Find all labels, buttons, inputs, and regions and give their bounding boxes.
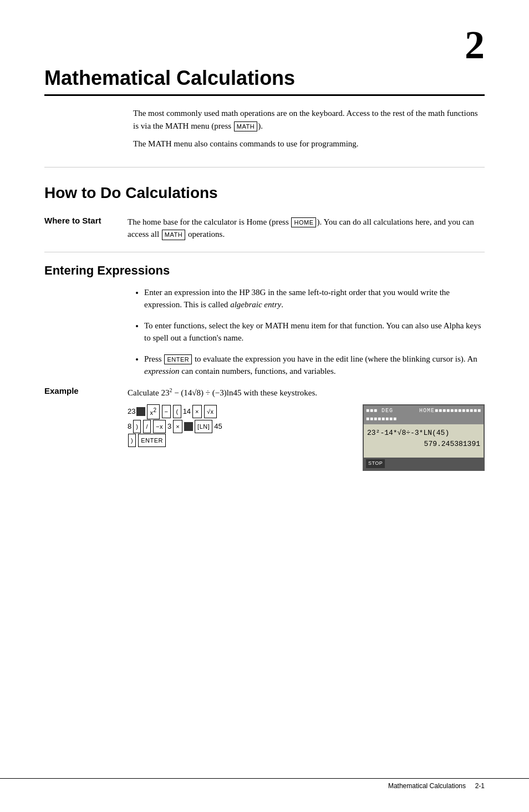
section-divider2	[44, 252, 485, 252]
footer-page: 2-1	[475, 782, 485, 790]
ks-line2: 8 ) / −x 3 × [LN] 45	[128, 419, 352, 434]
enter-key-badge: ENTER	[164, 354, 192, 365]
chapter-number: 2	[465, 22, 485, 68]
bullet-item-1: Enter an expression into the HP 38G in t…	[144, 286, 485, 311]
ks-ln: [LN]	[195, 420, 212, 433]
intro-paragraph1: The most commonly used math operations a…	[133, 107, 485, 132]
screen-stop-btn: STOP	[366, 459, 385, 468]
intro-text1-end: ).	[258, 121, 263, 130]
ks-line1: 23 x2 − ( 14 × √x	[128, 404, 352, 419]
example-content: Calculate 232 − (14√8) ÷ (−3)ln45 with t…	[128, 386, 485, 471]
keystroke-display: 23 x2 − ( 14 × √x 8 ) / −x 3	[128, 404, 485, 471]
chapter-title: Mathematical Calculations	[44, 67, 485, 96]
ks-lparen: (	[173, 405, 181, 418]
ks-45: 45	[214, 419, 222, 434]
ks-enter: ENTER	[138, 434, 166, 447]
ks-sqrt: √x	[204, 405, 217, 418]
intro-paragraph2: The MATH menu also contains commands to …	[133, 138, 485, 150]
formula-text: Calculate 232 − (14√8) ÷ (−3)ln45 with t…	[128, 388, 317, 397]
ks-div: /	[143, 420, 151, 433]
calc-screen-footer: STOP	[364, 458, 484, 470]
where-text3: operations.	[186, 230, 225, 238]
screen-header-center: HOME	[419, 407, 435, 423]
page: 2 Mathematical Calculations The most com…	[0, 0, 529, 812]
footer-title: Mathematical Calculations	[388, 782, 466, 790]
ks-xsq: x2	[147, 404, 159, 419]
calc-screen-header: ■■■ DEG ■■■■■■■■ HOME ■■■■■■■■■■■■	[364, 405, 484, 424]
footer-text: Mathematical Calculations 2-1	[388, 782, 485, 790]
where-text1: The home base for the calculator is Home…	[128, 217, 291, 226]
example-row: Example Calculate 232 − (14√8) ÷ (−3)ln4…	[44, 386, 485, 471]
ks-rparen: )	[133, 420, 141, 433]
calc-screen-body: 23²-14*√8÷-3*LN(45) 579.245381391	[364, 424, 484, 458]
intro-block: The most commonly used math operations a…	[133, 107, 485, 150]
section-divider	[44, 167, 485, 168]
screen-expr: 23²-14*√8÷-3*LN(45)	[367, 428, 480, 439]
page-footer: Mathematical Calculations 2-1	[0, 778, 529, 790]
screen-header-right: ■■■■■■■■■■■■	[435, 407, 481, 423]
example-formula: Calculate 232 − (14√8) ÷ (−3)ln45 with t…	[128, 386, 485, 399]
ks-23: 23	[128, 404, 135, 419]
math-key-badge2: MATH	[162, 230, 185, 240]
home-key-badge: HOME	[291, 217, 316, 228]
math-key-badge: MATH	[234, 121, 257, 132]
example-label: Example	[44, 386, 128, 395]
ks-negx: −x	[153, 420, 166, 433]
intro-text1: The most commonly used math operations a…	[133, 109, 478, 130]
bullet-item-3: Press ENTER to evaluate the expression y…	[144, 353, 485, 378]
ks-14: 14	[183, 404, 191, 419]
section1-heading: How to Do Calculations	[44, 184, 485, 202]
ks-times2: ×	[173, 420, 182, 433]
expression-italic: expression	[144, 367, 180, 375]
algebraic-entry-italic: algebraic entry	[230, 300, 281, 309]
ks-minus: −	[162, 405, 171, 418]
ks-line3: ) ENTER	[128, 434, 352, 447]
screen-footer-spacers	[386, 461, 481, 466]
ks-black-sq1	[136, 407, 145, 416]
ks-times: ×	[192, 405, 202, 418]
ks-black-sq2	[184, 422, 193, 431]
screen-header-left: ■■■ DEG ■■■■■■■■	[366, 407, 419, 423]
bullet-list: Enter an expression into the HP 38G in t…	[133, 286, 485, 378]
where-to-start-content: The home base for the calculator is Home…	[128, 216, 485, 241]
calc-screen: ■■■ DEG ■■■■■■■■ HOME ■■■■■■■■■■■■ 23²-1…	[363, 404, 485, 471]
keystroke-area: 23 x2 − ( 14 × √x 8 ) / −x 3	[128, 404, 352, 447]
ks-3: 3	[167, 419, 171, 434]
where-to-start-label: Where to Start	[44, 216, 128, 225]
bullet-item-2: To enter functions, select the key or MA…	[144, 319, 485, 344]
where-to-start-row: Where to Start The home base for the cal…	[44, 216, 485, 241]
section2-heading: Entering Expressions	[44, 263, 485, 278]
ks-8: 8	[128, 419, 131, 434]
ks-rparen2: )	[128, 434, 136, 447]
screen-result: 579.245381391	[367, 439, 480, 450]
formula-sup: 2	[169, 387, 172, 393]
